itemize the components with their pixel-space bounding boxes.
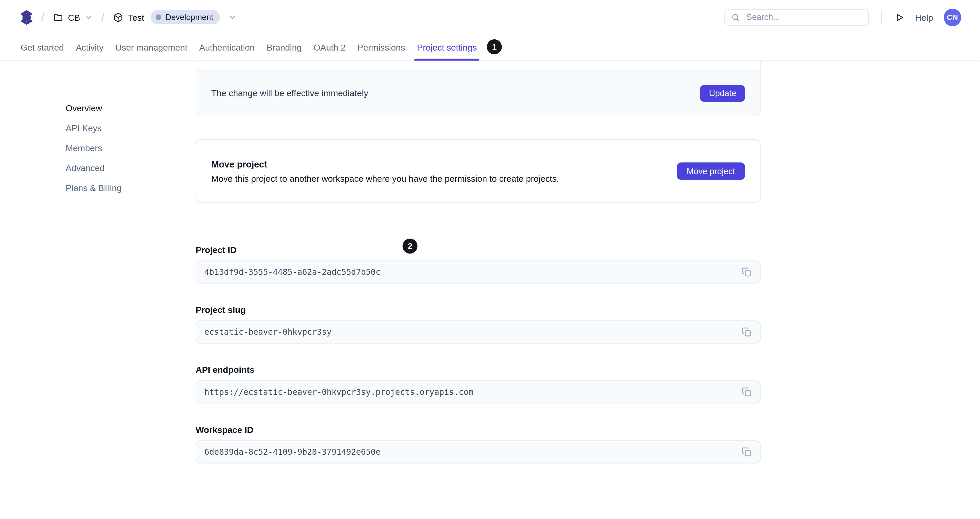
copy-icon [741, 327, 751, 337]
avatar[interactable]: CN [944, 8, 961, 26]
help-link[interactable]: Help [915, 12, 933, 22]
field-box: 4b13df9d-3555-4485-a62a-2adc55d7b50c [196, 260, 760, 284]
move-project-card: Move project Move this project to anothe… [196, 139, 760, 203]
sidebar-item-api-keys[interactable]: API Keys [66, 122, 122, 133]
copy-button[interactable] [741, 267, 752, 278]
project-id-value: 4b13df9d-3555-4485-a62a-2adc55d7b50c [204, 267, 741, 277]
search-box[interactable] [724, 9, 869, 25]
field-label: Project slug [196, 305, 760, 316]
tab-oauth2[interactable]: OAuth 2 [313, 35, 345, 60]
package-icon [113, 12, 123, 22]
copy-button[interactable] [741, 386, 752, 397]
sidebar-item-members[interactable]: Members [66, 142, 122, 154]
annotation-badge-1: 1 [487, 40, 502, 54]
project-id-fields: Project ID 4b13df9d-3555-4485-a62a-2adc5… [196, 245, 760, 463]
annotation-badge-2: 2 [402, 238, 418, 254]
ory-logo-icon[interactable] [21, 10, 33, 25]
tab-get-started[interactable]: Get started [21, 35, 64, 60]
play-icon[interactable] [894, 12, 905, 22]
tab-branding[interactable]: Branding [267, 35, 302, 60]
update-note: The change will be effective immediately [211, 88, 700, 98]
update-card: The change will be effective immediately… [196, 61, 760, 116]
project-switcher[interactable]: Test Development [113, 10, 236, 24]
sidebar-item-plans-billing[interactable]: Plans & Billing [66, 183, 122, 194]
settings-content: The change will be effective immediately… [196, 61, 760, 485]
environment-dot-icon [155, 14, 161, 20]
tab-activity[interactable]: Activity [76, 35, 103, 60]
page: / CB / Test [0, 0, 980, 519]
field-box: 6de839da-8c52-4109-9b28-3791492e650e [196, 440, 760, 463]
field-label: Project ID [196, 245, 760, 256]
move-project-text: Move project Move this project to anothe… [211, 159, 676, 183]
folder-icon [53, 12, 63, 22]
sidebar-item-overview[interactable]: Overview [66, 102, 122, 114]
update-card-footer: The change will be effective immediately… [196, 70, 760, 115]
settings-sidebar: Overview API Keys Members Advanced Plans… [66, 102, 122, 194]
move-project-description: Move this project to another workspace w… [211, 173, 676, 184]
chevron-down-icon [85, 13, 92, 21]
header-actions: Help CN [724, 8, 961, 26]
field-box: ecstatic-beaver-0hkvpcr3sy [196, 321, 760, 343]
search-icon [731, 13, 740, 22]
project-slug-value: ecstatic-beaver-0hkvpcr3sy [204, 327, 741, 337]
field-label: Workspace ID [196, 425, 760, 435]
tab-project-settings[interactable]: Project settings [417, 35, 477, 60]
field-box: https://ecstatic-beaver-0hkvpcr3sy.proje… [196, 380, 760, 403]
field-label: API endpoints [196, 365, 760, 375]
tab-permissions[interactable]: Permissions [358, 35, 405, 60]
copy-button[interactable] [741, 446, 752, 457]
field-workspace-id: Workspace ID 6de839da-8c52-4109-9b28-379… [196, 425, 760, 463]
sidebar-item-advanced[interactable]: Advanced [66, 162, 122, 173]
workspace-switcher[interactable]: CB [53, 12, 92, 22]
copy-icon [741, 387, 751, 397]
field-project-slug: Project slug ecstatic-beaver-0hkvpcr3sy [196, 305, 760, 343]
api-endpoints-value: https://ecstatic-beaver-0hkvpcr3sy.proje… [204, 387, 741, 397]
tab-authentication[interactable]: Authentication [199, 35, 255, 60]
breadcrumb-separator: / [41, 11, 44, 23]
tab-user-management[interactable]: User management [115, 35, 187, 60]
copy-icon [741, 267, 751, 278]
top-header: / CB / Test [0, 0, 980, 35]
environment-badge: Development [150, 10, 220, 24]
environment-label: Development [165, 13, 213, 22]
breadcrumb-separator: / [102, 11, 104, 23]
update-button[interactable]: Update [700, 84, 745, 102]
move-project-title: Move project [211, 159, 676, 169]
field-api-endpoints: API endpoints https://ecstatic-beaver-0h… [196, 365, 760, 403]
field-project-id: Project ID 4b13df9d-3555-4485-a62a-2adc5… [196, 245, 760, 283]
copy-icon [741, 447, 751, 457]
search-input[interactable] [745, 12, 862, 22]
workspace-name: CB [68, 12, 80, 22]
workspace-id-value: 6de839da-8c52-4109-9b28-3791492e650e [204, 447, 741, 457]
move-project-button[interactable]: Move project [677, 162, 745, 179]
header-divider [881, 11, 882, 24]
update-card-body [196, 61, 760, 70]
copy-button[interactable] [741, 326, 752, 338]
project-name: Test [128, 12, 144, 22]
chevron-down-icon [229, 13, 236, 21]
